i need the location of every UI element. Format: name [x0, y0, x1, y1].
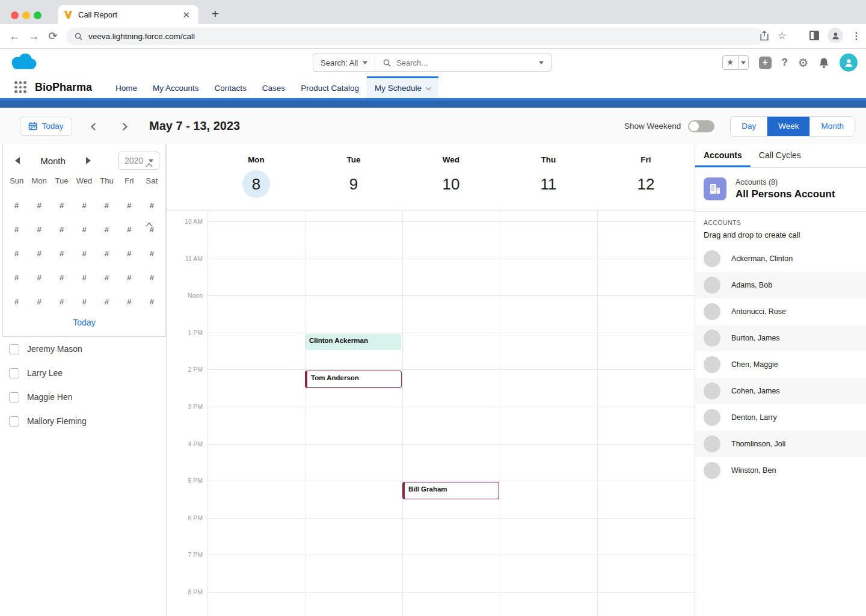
account-row-chen-maggie[interactable]: Chen, Maggie	[695, 351, 866, 378]
mini-day-cell[interactable]: #	[28, 242, 50, 266]
previous-week-button[interactable]	[88, 121, 101, 132]
favorites-button[interactable]: ★	[722, 55, 749, 70]
mini-day-cell[interactable]: #	[141, 266, 163, 290]
day-header-wed[interactable]: Wed10	[402, 144, 500, 211]
mini-day-cell[interactable]: #	[118, 242, 140, 266]
nav-chevron-down-icon[interactable]	[426, 84, 432, 90]
mini-day-cell[interactable]: #	[5, 194, 28, 218]
nav-item-my-accounts[interactable]: My Accounts	[145, 76, 207, 98]
notifications-bell-icon[interactable]	[818, 57, 829, 69]
mini-day-cell[interactable]: #	[28, 266, 50, 290]
account-row-burton-james[interactable]: Burton, James	[695, 325, 866, 351]
view-month-button[interactable]: Month	[809, 117, 855, 136]
nav-item-my-schedule[interactable]: My Schedule	[367, 76, 438, 98]
side-panel-icon[interactable]	[809, 31, 819, 40]
day-number[interactable]: 9	[340, 170, 367, 198]
mini-day-cell[interactable]: #	[5, 242, 28, 266]
browser-profile-avatar[interactable]	[828, 28, 843, 43]
global-actions-icon[interactable]: +	[759, 57, 772, 69]
favorites-caret-icon[interactable]	[739, 61, 748, 64]
forward-icon[interactable]: →	[24, 30, 43, 43]
mini-day-cell[interactable]: #	[73, 242, 95, 266]
account-list-card[interactable]: Accounts (8) All Persons Account	[695, 168, 866, 212]
nav-item-home[interactable]: Home	[108, 76, 145, 98]
time-grid[interactable]: 10 AM11 AMNoon1 PM2 PM3 PM4 PM5 PM6 PM7 …	[167, 211, 695, 616]
other-calendar-row-jeremy-mason[interactable]: Jeremy Mason	[0, 337, 166, 361]
day-number-today[interactable]: 8	[242, 170, 270, 198]
mini-day-cell[interactable]: #	[141, 242, 163, 266]
browser-menu-icon[interactable]: ⋮	[852, 30, 861, 42]
setup-gear-icon[interactable]: ⚙	[798, 56, 808, 70]
mini-day-cell[interactable]: #	[118, 290, 140, 314]
window-minimize-button[interactable]	[22, 11, 30, 19]
mini-day-cell[interactable]: #	[96, 266, 118, 290]
tab-close-icon[interactable]: ✕	[180, 9, 192, 20]
event-bill-graham[interactable]: Bill Graham	[402, 482, 499, 499]
search-caret-icon[interactable]	[539, 61, 544, 64]
mini-day-cell[interactable]: #	[51, 266, 73, 290]
user-avatar[interactable]	[840, 54, 858, 72]
window-zoom-button[interactable]	[34, 11, 41, 19]
mini-day-cell[interactable]: #	[141, 194, 163, 218]
mini-day-cell[interactable]: #	[118, 194, 140, 218]
tab-accounts[interactable]: Accounts	[695, 144, 751, 167]
mini-prev-month-icon[interactable]	[15, 157, 20, 164]
mini-day-cell[interactable]: #	[118, 218, 140, 242]
mini-day-cell[interactable]: #	[96, 290, 118, 314]
new-tab-button[interactable]: +	[207, 5, 224, 22]
day-header-mon[interactable]: Mon8	[207, 144, 305, 211]
bookmark-star-icon[interactable]: ☆	[778, 29, 787, 42]
address-bar[interactable]: veeva.lightning.force.com/call	[66, 28, 764, 45]
mini-today-link[interactable]: Today	[3, 318, 165, 327]
other-calendar-checkbox-maggie-hen[interactable]	[9, 392, 19, 402]
account-row-adams-bob[interactable]: Adams, Bob	[695, 272, 866, 298]
mini-day-cell[interactable]: #	[73, 266, 95, 290]
next-week-button[interactable]	[117, 121, 130, 132]
mini-day-cell[interactable]: #	[51, 290, 73, 314]
help-icon[interactable]: ?	[782, 57, 788, 69]
other-calendar-row-larry-lee[interactable]: Larry Lee	[0, 361, 166, 385]
browser-tab[interactable]: Call Report ✕	[58, 5, 198, 24]
account-row-antonucci-rose[interactable]: Antonucci, Rose	[695, 298, 866, 325]
mini-day-cell[interactable]: #	[73, 218, 95, 242]
account-row-thomlinson-joli[interactable]: Thomlinson, Joli	[695, 431, 866, 457]
nav-item-product-catalog[interactable]: Product Catalog	[293, 76, 367, 98]
day-number[interactable]: 10	[437, 170, 465, 198]
event-clinton-ackerman[interactable]: Clinton Ackerman	[306, 334, 401, 350]
tab-call-cycles[interactable]: Call Cycles	[751, 144, 809, 167]
other-calendar-checkbox-jeremy-mason[interactable]	[9, 344, 19, 354]
mini-day-cell[interactable]: #	[96, 218, 118, 242]
app-launcher-icon[interactable]	[14, 81, 26, 93]
day-number[interactable]: 11	[535, 170, 562, 198]
mini-day-cell[interactable]: #	[73, 290, 95, 314]
favorites-star-icon[interactable]: ★	[723, 56, 739, 69]
share-icon[interactable]	[760, 31, 769, 41]
view-day-button[interactable]: Day	[731, 117, 767, 136]
window-close-button[interactable]	[11, 11, 19, 19]
mini-day-cell[interactable]: #	[28, 194, 50, 218]
day-header-thu[interactable]: Thu11	[500, 144, 597, 211]
account-row-denton-larry[interactable]: Denton, Larry	[695, 404, 866, 431]
other-calendar-checkbox-mallory-fleming[interactable]	[9, 416, 19, 427]
view-week-button[interactable]: Week	[767, 117, 809, 136]
account-row-cohen-james[interactable]: Cohen, James	[695, 378, 866, 404]
reload-icon[interactable]: ⟳	[43, 29, 63, 43]
nav-item-cases[interactable]: Cases	[254, 76, 293, 98]
mini-next-month-icon[interactable]	[86, 157, 91, 164]
mini-day-cell[interactable]: #	[28, 290, 50, 314]
other-calendar-row-mallory-fleming[interactable]: Mallory Fleming	[0, 409, 166, 433]
other-calendar-checkbox-larry-lee[interactable]	[9, 368, 19, 378]
mini-day-cell[interactable]: #	[141, 290, 163, 314]
mini-day-cell[interactable]: #	[5, 266, 28, 290]
account-row-winston-ben[interactable]: Winston, Ben	[695, 457, 866, 484]
nav-item-contacts[interactable]: Contacts	[207, 76, 254, 98]
event-tom-anderson[interactable]: Tom Anderson	[305, 371, 402, 388]
mini-day-cell[interactable]: #	[141, 218, 163, 242]
mini-day-cell[interactable]: #	[96, 242, 118, 266]
account-row-ackerman-clinton[interactable]: Ackerman, Clinton	[695, 245, 866, 272]
day-header-fri[interactable]: Fri12	[597, 144, 695, 211]
day-number[interactable]: 12	[632, 170, 660, 198]
search-scope-selector[interactable]: Search: All	[313, 54, 375, 71]
mini-day-cell[interactable]: #	[73, 194, 95, 218]
mini-day-cell[interactable]: #	[5, 218, 28, 242]
